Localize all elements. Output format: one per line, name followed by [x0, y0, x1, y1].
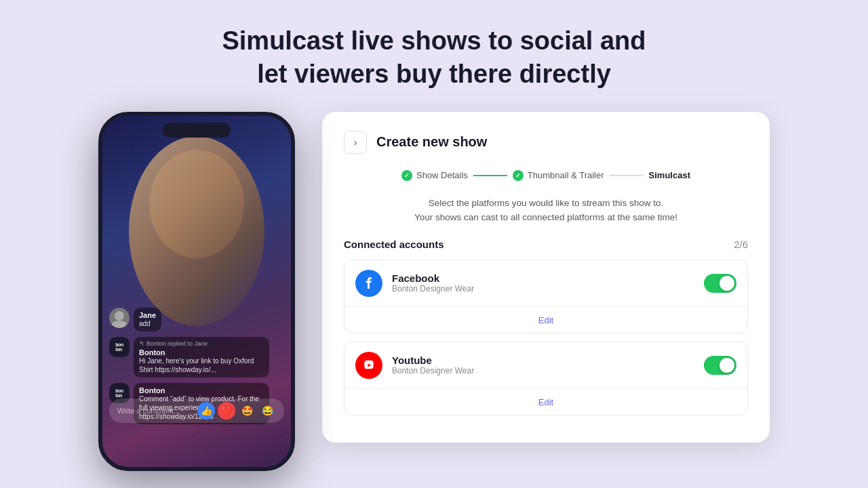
- facebook-edit-button[interactable]: Edit: [538, 315, 553, 325]
- panel-title: Create new show: [376, 134, 487, 150]
- panel-description: Select the platforms you would like to s…: [344, 196, 748, 225]
- create-show-panel: › Create new show Show Details Thumbnail…: [322, 112, 770, 443]
- youtube-account: Bonton Designer Wear: [392, 366, 694, 375]
- emoji-reactions: 👍 ❤️ 🤩 😂: [197, 402, 276, 420]
- facebook-toggle[interactable]: [704, 274, 736, 293]
- phone-face-bg: [129, 136, 264, 326]
- svg-point-0: [115, 311, 124, 321]
- hero-line2: let viewers buy there directly: [0, 58, 868, 91]
- message-text: add: [139, 319, 156, 328]
- stepper: Show Details Thumbnail & Trailer Simulca…: [344, 170, 748, 181]
- step-simulcast: Simulcast: [649, 170, 690, 180]
- message-username: Bonton: [139, 386, 264, 394]
- list-item: bonton ↰ Bonton replied to Jane Bonton H…: [109, 337, 284, 378]
- step-thumbnail: Thumbnail & Trailer: [513, 170, 604, 181]
- step-line-1: [473, 175, 507, 176]
- wow-button[interactable]: 🤩: [238, 402, 256, 420]
- message-bubble: ↰ Bonton replied to Jane Bonton Hi Jane,…: [134, 337, 269, 378]
- heart-button[interactable]: ❤️: [218, 402, 235, 420]
- accounts-label: Connected accounts: [344, 239, 444, 250]
- facebook-edit-row: Edit: [344, 306, 747, 333]
- message-text: Hi Jane, here's your link to buy Oxford …: [139, 357, 264, 374]
- facebook-platform-card: Facebook Bonton Designer Wear Edit: [344, 260, 748, 333]
- youtube-name: Youtube: [392, 354, 694, 366]
- youtube-icon: [355, 352, 382, 379]
- content-area: Jane add bonton ↰ Bonton replied to Jane: [0, 112, 868, 471]
- step-label-2: Thumbnail & Trailer: [528, 170, 604, 180]
- panel-header: › Create new show: [344, 131, 748, 154]
- list-item: Jane add: [109, 308, 284, 331]
- youtube-platform-row: Youtube Bonton Designer Wear: [344, 342, 747, 388]
- facebook-platform-row: Facebook Bonton Designer Wear: [344, 260, 747, 306]
- hero-title: Simulcast live shows to social and let v…: [0, 0, 868, 92]
- avatar: [109, 308, 130, 328]
- desc-line1: Select the platforms you would like to s…: [344, 196, 748, 211]
- hero-line1: Simulcast live shows to social and: [0, 24, 868, 58]
- facebook-icon: [355, 270, 382, 297]
- reply-indicator: ↰ Bonton replied to Jane: [139, 340, 264, 347]
- back-button[interactable]: ›: [344, 131, 367, 154]
- phone-notch: [163, 123, 231, 138]
- phone-mockup: Jane add bonton ↰ Bonton replied to Jane: [98, 112, 295, 471]
- laugh-button[interactable]: 😂: [258, 402, 276, 420]
- step-show-details: Show Details: [401, 170, 468, 181]
- accounts-header: Connected accounts 2/6: [344, 239, 748, 250]
- step-label-1: Show Details: [416, 170, 468, 180]
- phone-frame: Jane add bonton ↰ Bonton replied to Jane: [98, 112, 295, 471]
- svg-point-1: [111, 321, 127, 328]
- step-label-3: Simulcast: [649, 170, 690, 180]
- step-dot-2: [513, 170, 524, 181]
- youtube-edit-button[interactable]: Edit: [538, 397, 553, 407]
- youtube-edit-row: Edit: [344, 388, 747, 415]
- facebook-info: Facebook Bonton Designer Wear: [392, 272, 694, 293]
- phone-screen: Jane add bonton ↰ Bonton replied to Jane: [102, 116, 291, 467]
- youtube-platform-card: Youtube Bonton Designer Wear Edit: [344, 342, 748, 415]
- facebook-name: Facebook: [392, 272, 694, 284]
- message-username: Bonton: [139, 348, 264, 357]
- youtube-toggle[interactable]: [704, 356, 736, 375]
- youtube-info: Youtube Bonton Designer Wear: [392, 354, 694, 375]
- step-dot-1: [401, 170, 412, 181]
- message-username: Jane: [139, 311, 156, 319]
- comment-placeholder: Write a comment...: [117, 407, 192, 415]
- avatar: bonton: [109, 337, 130, 357]
- message-bubble: Jane add: [134, 308, 161, 331]
- chat-area: Jane add bonton ↰ Bonton replied to Jane: [102, 308, 291, 430]
- thumbs-up-button[interactable]: 👍: [197, 402, 215, 420]
- facebook-account: Bonton Designer Wear: [392, 284, 694, 293]
- step-line-2: [610, 175, 644, 176]
- desc-line2: Your shows can cast to all connected pla…: [344, 210, 748, 225]
- comment-bar[interactable]: Write a comment... 👍 ❤️ 🤩 😂: [109, 399, 284, 423]
- accounts-count: 2/6: [734, 239, 748, 250]
